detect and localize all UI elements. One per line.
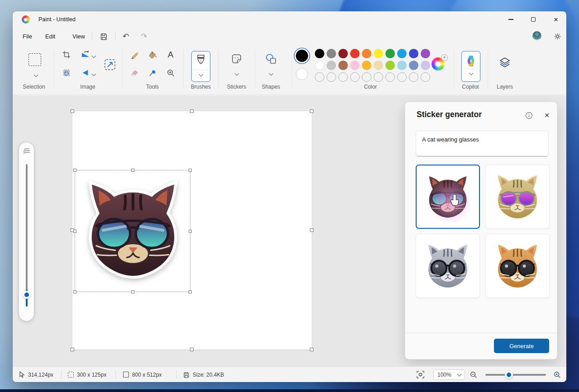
palette-swatch[interactable]: [362, 61, 371, 70]
rotate-icon[interactable]: [80, 49, 91, 61]
magnifier-icon[interactable]: [165, 67, 176, 79]
menu-view[interactable]: View: [68, 31, 90, 41]
save-icon[interactable]: [98, 31, 109, 41]
selection-handle-n[interactable]: [131, 169, 134, 172]
eyedropper-icon[interactable]: [147, 67, 158, 79]
close-button[interactable]: ✕: [546, 11, 566, 28]
palette-swatch[interactable]: [409, 61, 418, 70]
text-tool-icon[interactable]: A: [165, 49, 176, 61]
sticker-result-4[interactable]: [485, 234, 550, 298]
palette-swatch[interactable]: [397, 61, 407, 70]
brushes-tool-selected[interactable]: [191, 51, 210, 82]
crop-icon[interactable]: [61, 49, 72, 61]
canvas-handle-s[interactable]: [190, 348, 194, 351]
sticker-result-3[interactable]: [416, 234, 480, 298]
selection-handle-e[interactable]: [189, 230, 192, 233]
panel-close-icon[interactable]: ✕: [542, 110, 552, 120]
palette-swatch[interactable]: [338, 61, 348, 70]
redo-icon[interactable]: ↷: [138, 31, 150, 41]
palette-empty-slot[interactable]: [362, 72, 371, 82]
palette-empty-slot[interactable]: [338, 72, 348, 82]
palette-swatch[interactable]: [338, 49, 348, 58]
palette-empty-slot[interactable]: [421, 72, 430, 82]
selection-dropdown-chevron[interactable]: [30, 69, 42, 80]
menu-edit[interactable]: Edit: [41, 31, 60, 41]
palette-swatch[interactable]: [374, 61, 383, 70]
palette-empty-slot[interactable]: [409, 72, 418, 82]
stickers-chevron[interactable]: [233, 67, 240, 79]
zoom-out-button[interactable]: [470, 367, 478, 382]
sticker-selection[interactable]: [75, 170, 190, 292]
selection-tool[interactable]: [28, 53, 42, 66]
palette-empty-slot[interactable]: [397, 72, 407, 82]
layers-button[interactable]: [498, 56, 512, 69]
fill-bucket-icon[interactable]: [147, 49, 158, 61]
palette-swatch[interactable]: [385, 49, 395, 58]
flip-chevron[interactable]: [90, 68, 97, 80]
palette-swatch[interactable]: [421, 49, 430, 58]
zoom-level-dropdown[interactable]: 100%: [433, 369, 465, 380]
shapes-chevron[interactable]: [268, 67, 274, 79]
settings-gear-icon[interactable]: [552, 31, 562, 41]
thickness-slider-thumb[interactable]: [23, 291, 31, 299]
selection-handle-s[interactable]: [131, 290, 134, 293]
rotate-chevron[interactable]: [90, 50, 97, 61]
palette-empty-slot[interactable]: [327, 72, 336, 82]
palette-empty-slot[interactable]: [374, 72, 383, 82]
palette-empty-slot[interactable]: [385, 72, 395, 82]
canvas-handle-ne[interactable]: [310, 109, 313, 113]
selection-handle-sw[interactable]: [73, 290, 76, 293]
palette-swatch[interactable]: [350, 49, 360, 58]
fit-to-window-button[interactable]: [416, 367, 425, 382]
palette-swatch[interactable]: [374, 49, 383, 58]
canvas-handle-sw[interactable]: [71, 348, 74, 351]
selection-handle-ne[interactable]: [189, 169, 192, 172]
primary-color-swatch[interactable]: [296, 50, 308, 62]
pencil-icon[interactable]: [128, 49, 140, 61]
prompt-input[interactable]: [416, 131, 549, 156]
palette-swatch[interactable]: [362, 49, 371, 58]
stickers-tool-icon[interactable]: [230, 52, 243, 66]
palette-empty-slot[interactable]: [350, 72, 360, 82]
zoom-in-button[interactable]: [553, 367, 561, 382]
secondary-color-swatch[interactable]: [296, 68, 308, 80]
info-icon[interactable]: [524, 110, 534, 120]
palette-swatch[interactable]: [397, 49, 407, 58]
shapes-tool-icon[interactable]: [264, 52, 278, 66]
selection-handle-w[interactable]: [73, 230, 76, 233]
selection-handle-nw[interactable]: [73, 169, 76, 172]
palette-empty-slot[interactable]: [315, 72, 324, 82]
brushes-chevron[interactable]: [199, 72, 203, 77]
sticker-result-1-selected[interactable]: [416, 165, 480, 229]
sticker-result-2[interactable]: [485, 165, 550, 229]
thickness-slider-track[interactable]: [26, 164, 28, 307]
palette-swatch[interactable]: [327, 61, 336, 70]
maximize-button[interactable]: [523, 11, 544, 28]
zoom-slider-thumb[interactable]: [505, 371, 513, 379]
palette-swatch[interactable]: [350, 61, 360, 70]
palette-swatch[interactable]: [421, 61, 430, 70]
palette-swatch[interactable]: [315, 49, 324, 58]
edit-colors-wheel[interactable]: [432, 57, 445, 71]
copilot-chevron[interactable]: [469, 71, 473, 76]
selection-handle-se[interactable]: [189, 290, 192, 293]
resize-image-icon[interactable]: [103, 58, 117, 71]
palette-swatch[interactable]: [409, 49, 418, 58]
palette-swatch[interactable]: [315, 61, 324, 70]
copilot-button-selected[interactable]: [461, 51, 480, 82]
generate-button[interactable]: Generate: [494, 339, 549, 353]
palette-swatch[interactable]: [385, 61, 395, 70]
canvas-handle-n[interactable]: [190, 109, 194, 113]
flip-icon[interactable]: [80, 67, 91, 79]
undo-icon[interactable]: ↶: [120, 31, 132, 41]
zoom-slider-track[interactable]: [485, 374, 546, 376]
menu-file[interactable]: File: [18, 31, 37, 41]
canvas-handle-e[interactable]: [310, 228, 313, 232]
canvas-cat-sticker[interactable]: [77, 177, 189, 283]
eraser-icon[interactable]: [128, 67, 140, 79]
canvas-handle-se[interactable]: [310, 348, 313, 351]
pattern-icon[interactable]: [61, 67, 72, 79]
minimize-button[interactable]: [500, 11, 521, 28]
account-avatar[interactable]: [532, 31, 541, 40]
canvas-handle-nw[interactable]: [71, 109, 74, 113]
